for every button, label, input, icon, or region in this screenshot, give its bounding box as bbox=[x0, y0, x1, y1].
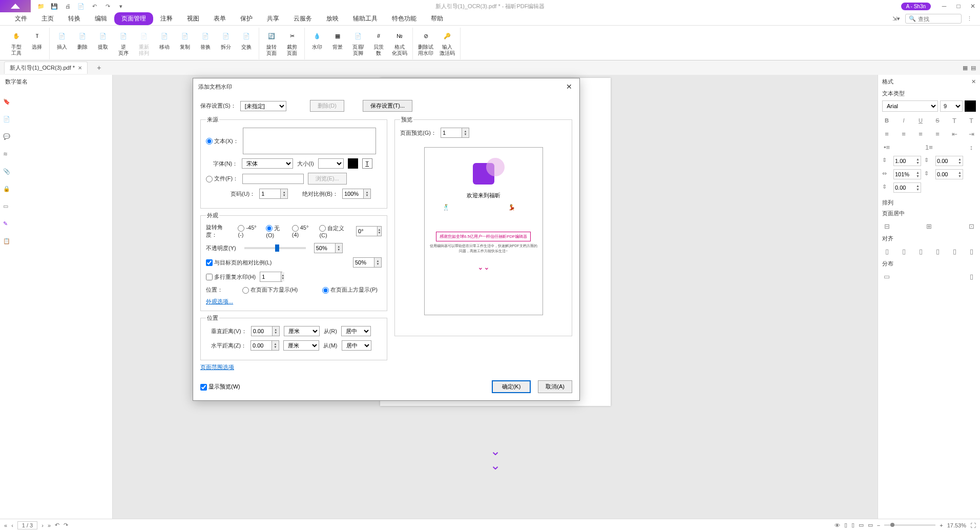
abs-scale-label: 绝对比例(B)： bbox=[302, 190, 338, 198]
hdist-spinner[interactable]: ▲▼ bbox=[251, 340, 279, 351]
show-preview-checkbox[interactable]: 显示预览(W) bbox=[200, 383, 240, 391]
preview-legend: 预览 bbox=[400, 116, 413, 124]
vdist-spinner[interactable]: ▲▼ bbox=[251, 326, 280, 336]
rotation-label: 旋转角度： bbox=[206, 223, 234, 239]
browse-button: 浏览(E)... bbox=[308, 173, 347, 185]
file-path-input bbox=[242, 174, 304, 184]
watermark-text-input[interactable] bbox=[243, 128, 376, 154]
from-m-label: 从(M) bbox=[323, 342, 338, 350]
size-select[interactable] bbox=[318, 158, 344, 169]
text-radio[interactable]: 文本(X)： bbox=[206, 137, 239, 145]
page-range-link[interactable]: 页面范围选项 bbox=[200, 364, 234, 370]
dialog-close-button[interactable]: ✕ bbox=[564, 81, 574, 92]
rot-custom-spinner[interactable]: ▲▼ bbox=[356, 226, 382, 236]
preview-logo-icon bbox=[473, 163, 494, 185]
font-select[interactable]: 宋体 bbox=[242, 158, 293, 169]
preview-page: 欢迎来到福昕 🕺 💃 感谢您如全球6.5亿用户一样信任福昕PDF编辑器 使用编辑… bbox=[424, 147, 543, 315]
from-r-select[interactable]: 居中 bbox=[341, 326, 371, 336]
add-watermark-dialog: 添加文档水印 ✕ 保存设置(S)： [未指定] 删除(D) 保存设置(T)...… bbox=[193, 78, 580, 401]
rot-custom-radio[interactable]: 自定义(C) bbox=[319, 224, 352, 238]
ok-button[interactable]: 确定(K) bbox=[492, 380, 531, 393]
pos-above-radio[interactable]: 在页面上方显示(P) bbox=[322, 286, 378, 294]
preview-small-2: 问题，高效工作方能快乐生活~ bbox=[459, 249, 508, 254]
preview-vertical-text: 欢迎来到福昕 bbox=[467, 192, 501, 199]
hdist-label: 水平距离(Z)： bbox=[211, 342, 246, 350]
rel-scale-checkbox[interactable]: 与目标页的相对比例(L) bbox=[206, 259, 272, 267]
save-settings-select[interactable]: [未指定] bbox=[240, 101, 286, 111]
appearance-options-link[interactable]: 外观选项... bbox=[206, 298, 233, 304]
size-label: 大小(I) bbox=[297, 160, 314, 168]
preview-figure-right: 💃 bbox=[508, 204, 525, 224]
opacity-spinner[interactable]: ▲▼ bbox=[314, 243, 343, 253]
rot-0-radio[interactable]: 无(O) bbox=[266, 224, 287, 238]
source-legend: 来源 bbox=[206, 116, 219, 124]
file-radio[interactable]: 文件(F)： bbox=[206, 175, 238, 182]
cancel-button[interactable]: 取消(A) bbox=[538, 380, 572, 393]
position-legend: 位置 bbox=[206, 314, 219, 322]
from-r-label: 从(R) bbox=[324, 328, 337, 335]
position-fieldset: 位置 垂直距离(V)： ▲▼ 厘米 从(R) 居中 水平距离(Z)： ▲▼ 厘米 bbox=[200, 314, 387, 360]
rot-45-radio[interactable]: 45°(4) bbox=[292, 224, 316, 238]
font-label: 字体(N)： bbox=[213, 160, 238, 168]
modal-overlay: 添加文档水印 ✕ 保存设置(S)： [未指定] 删除(D) 保存设置(T)...… bbox=[0, 0, 980, 531]
appearance-fieldset: 外观 旋转角度： -45°(-) 无(O) 45°(4) 自定义(C) ▲▼ 不… bbox=[200, 212, 387, 311]
text-style-button[interactable]: T bbox=[362, 158, 372, 169]
multi-checkbox[interactable]: 多行重复水印(H) bbox=[206, 273, 256, 281]
pos-below-radio[interactable]: 在页面下方显示(H) bbox=[242, 286, 298, 294]
page-preview-spinner[interactable]: ▲▼ bbox=[441, 128, 469, 138]
delete-settings-button: 删除(D) bbox=[310, 100, 344, 112]
multi-spinner[interactable]: ▲▼ bbox=[260, 272, 282, 282]
text-color-swatch[interactable] bbox=[348, 158, 358, 169]
position-label: 位置： bbox=[206, 286, 223, 294]
preview-small-1: 使用编辑器可以帮助您在日常工作生活中，快速解决PDF文档方面的 bbox=[430, 243, 537, 249]
dialog-title: 添加文档水印 bbox=[198, 83, 232, 91]
preview-chevron-icon: ⌄⌄ bbox=[477, 263, 490, 271]
preview-figure-left: 🕺 bbox=[443, 204, 459, 224]
opacity-slider[interactable] bbox=[244, 247, 306, 249]
from-m-select[interactable]: 居中 bbox=[342, 340, 371, 351]
save-settings-button[interactable]: 保存设置(T)... bbox=[363, 100, 412, 112]
hdist-unit-select[interactable]: 厘米 bbox=[283, 340, 319, 351]
rot-m45-radio[interactable]: -45°(-) bbox=[238, 224, 262, 238]
page-code-label: 页码(U)： bbox=[231, 190, 255, 198]
source-fieldset: 来源 文本(X)： 字体(N)： 宋体 大小(I) T bbox=[200, 116, 387, 209]
vdist-label: 垂直距离(V)： bbox=[211, 328, 247, 335]
page-preview-label: 页面预览(G)： bbox=[400, 129, 436, 137]
appearance-legend: 外观 bbox=[206, 212, 219, 219]
rel-scale-spinner[interactable]: ▲▼ bbox=[353, 257, 382, 268]
preview-banner: 感谢您如全球6.5亿用户一样信任福昕PDF编辑器 bbox=[436, 232, 531, 241]
save-settings-label: 保存设置(S)： bbox=[200, 102, 236, 110]
abs-scale-spinner[interactable]: ▲▼ bbox=[342, 189, 371, 199]
page-code-spinner[interactable]: ▲▼ bbox=[259, 189, 288, 199]
vdist-unit-select[interactable]: 厘米 bbox=[284, 326, 320, 336]
opacity-label: 不透明度(Y) bbox=[206, 244, 236, 252]
preview-fieldset: 预览 页面预览(G)： ▲▼ 欢迎来到福昕 🕺 bbox=[394, 116, 572, 336]
